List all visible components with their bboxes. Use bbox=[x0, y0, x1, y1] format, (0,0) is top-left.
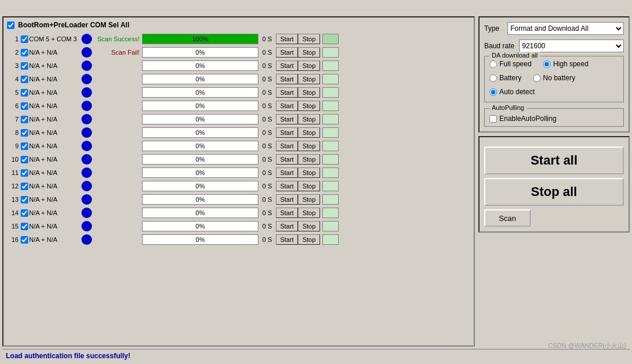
row-number: 6 bbox=[7, 102, 20, 109]
table-row: 10N/A + N/A0%0 SStartStop bbox=[7, 153, 470, 166]
row-start-button[interactable]: Start bbox=[276, 74, 298, 84]
auto-detect-row: Auto detect bbox=[489, 88, 619, 96]
row-checkbox[interactable] bbox=[20, 49, 29, 56]
auto-detect-radio[interactable] bbox=[489, 88, 497, 96]
row-checkbox[interactable] bbox=[20, 142, 29, 150]
row-number: 7 bbox=[7, 116, 20, 123]
full-speed-radio[interactable] bbox=[489, 60, 497, 68]
row-checkbox[interactable] bbox=[20, 196, 29, 204]
row-com: N/A + N/A bbox=[29, 223, 81, 230]
row-checkbox[interactable] bbox=[20, 156, 29, 163]
row-checkbox[interactable] bbox=[20, 76, 29, 83]
row-result-indicator bbox=[322, 60, 339, 71]
row-stop-button[interactable]: Stop bbox=[298, 234, 320, 245]
battery-radio[interactable] bbox=[489, 74, 497, 82]
table-row: 14N/A + N/A0%0 SStartStop bbox=[7, 206, 470, 219]
table-row: 8N/A + N/A0%0 SStartStop bbox=[7, 126, 470, 139]
row-start-button[interactable]: Start bbox=[276, 101, 298, 111]
row-start-button[interactable]: Start bbox=[276, 194, 298, 205]
row-checkbox[interactable] bbox=[20, 223, 29, 230]
row-start-button[interactable]: Start bbox=[276, 60, 298, 71]
row-start-button[interactable]: Start bbox=[276, 167, 298, 178]
row-indicator-dot bbox=[81, 154, 92, 165]
enable-auto-polling-checkbox[interactable] bbox=[489, 115, 497, 123]
row-stop-button[interactable]: Stop bbox=[298, 74, 320, 84]
row-result-indicator bbox=[322, 221, 339, 231]
row-stop-button[interactable]: Stop bbox=[298, 101, 320, 111]
row-checkbox[interactable] bbox=[20, 62, 29, 70]
row-com: N/A + N/A bbox=[29, 62, 81, 69]
row-com: N/A + N/A bbox=[29, 102, 81, 109]
row-start-button[interactable]: Start bbox=[276, 34, 298, 44]
row-stop-button[interactable]: Stop bbox=[298, 221, 320, 231]
row-stop-button[interactable]: Stop bbox=[298, 141, 320, 151]
row-checkbox[interactable] bbox=[20, 169, 29, 177]
row-stop-button[interactable]: Stop bbox=[298, 194, 320, 205]
row-com: N/A + N/A bbox=[29, 76, 81, 83]
select-all-checkbox[interactable] bbox=[7, 22, 15, 29]
row-start-button[interactable]: Start bbox=[276, 127, 298, 138]
row-start-button[interactable]: Start bbox=[276, 181, 298, 191]
row-checkbox[interactable] bbox=[20, 116, 29, 123]
battery-label: Battery bbox=[499, 74, 521, 82]
row-stop-button[interactable]: Stop bbox=[298, 87, 320, 98]
type-select[interactable]: Format and Download AllDownload OnlyForm… bbox=[507, 22, 624, 35]
progress-bar-container: 0% bbox=[142, 154, 258, 165]
top-bar bbox=[2, 2, 630, 14]
row-start-button[interactable]: Start bbox=[276, 47, 298, 58]
row-start-button[interactable]: Start bbox=[276, 141, 298, 151]
row-stop-button[interactable]: Stop bbox=[298, 114, 320, 124]
row-stop-button[interactable]: Stop bbox=[298, 181, 320, 191]
row-stop-button[interactable]: Stop bbox=[298, 208, 320, 218]
row-number: 2 bbox=[7, 49, 20, 56]
row-time: 0 S bbox=[258, 116, 276, 123]
row-stop-button[interactable]: Stop bbox=[298, 47, 320, 58]
row-com: N/A + N/A bbox=[29, 129, 81, 136]
progress-bar-container: 0% bbox=[142, 181, 258, 191]
row-stop-button[interactable]: Stop bbox=[298, 127, 320, 138]
row-time: 0 S bbox=[258, 183, 276, 190]
row-time: 0 S bbox=[258, 196, 276, 203]
row-start-button[interactable]: Start bbox=[276, 114, 298, 124]
row-com: N/A + N/A bbox=[29, 169, 81, 176]
device-rows-container: 1COM 5 + COM 3Scan Success!100%0 SStartS… bbox=[7, 33, 470, 246]
stop-all-button[interactable]: Stop all bbox=[484, 178, 624, 206]
row-indicator-dot bbox=[81, 194, 92, 205]
row-indicator-dot bbox=[81, 167, 92, 178]
high-speed-radio[interactable] bbox=[543, 60, 551, 68]
da-battery-row: Battery No battery bbox=[489, 74, 619, 84]
battery-row: Battery bbox=[489, 74, 521, 82]
row-checkbox[interactable] bbox=[20, 209, 29, 217]
no-battery-radio[interactable] bbox=[533, 74, 541, 82]
row-result-indicator bbox=[322, 194, 339, 205]
row-stop-button[interactable]: Stop bbox=[298, 34, 320, 44]
row-start-button[interactable]: Start bbox=[276, 234, 298, 245]
progress-text: 0% bbox=[143, 235, 258, 244]
row-com: N/A + N/A bbox=[29, 236, 81, 243]
high-speed-label: High speed bbox=[553, 60, 588, 68]
row-time: 0 S bbox=[258, 223, 276, 230]
da-speed-row: Full speed High speed bbox=[489, 60, 619, 70]
scan-button[interactable]: Scan bbox=[484, 209, 531, 227]
row-indicator-dot bbox=[81, 181, 92, 191]
row-start-button[interactable]: Start bbox=[276, 208, 298, 218]
table-row: 9N/A + N/A0%0 SStartStop bbox=[7, 140, 470, 152]
row-start-button[interactable]: Start bbox=[276, 221, 298, 231]
row-checkbox[interactable] bbox=[20, 35, 29, 43]
right-top-settings: Type Format and Download AllDownload Onl… bbox=[478, 16, 630, 133]
table-row: 15N/A + N/A0%0 SStartStop bbox=[7, 220, 470, 233]
row-stop-button[interactable]: Stop bbox=[298, 154, 320, 165]
row-checkbox[interactable] bbox=[20, 129, 29, 137]
row-checkbox[interactable] bbox=[20, 236, 29, 244]
row-time: 0 S bbox=[258, 142, 276, 149]
baud-select[interactable]: 921600460800230400115200 bbox=[519, 40, 624, 52]
row-start-button[interactable]: Start bbox=[276, 87, 298, 98]
row-checkbox[interactable] bbox=[20, 102, 29, 110]
row-checkbox[interactable] bbox=[20, 183, 29, 190]
row-stop-button[interactable]: Stop bbox=[298, 167, 320, 178]
row-checkbox[interactable] bbox=[20, 89, 29, 97]
start-all-button[interactable]: Start all bbox=[484, 147, 624, 174]
progress-bar-container: 0% bbox=[142, 74, 258, 84]
row-stop-button[interactable]: Stop bbox=[298, 60, 320, 71]
row-start-button[interactable]: Start bbox=[276, 154, 298, 165]
